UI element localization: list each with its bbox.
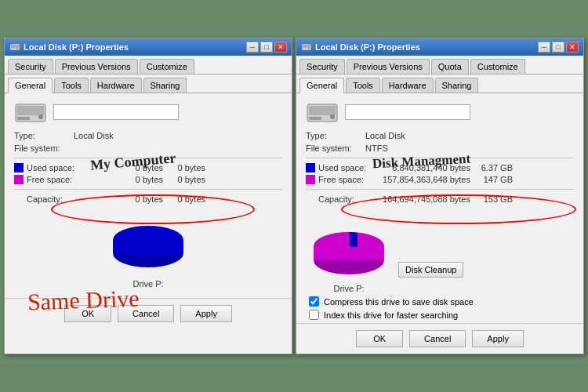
used-space-row-right: Used space: 6,840,381,440 bytes 6.37 GB <box>306 163 574 172</box>
tabs-row2-left: General Tools Hardware Sharing <box>5 74 292 93</box>
filesystem-row-right: File system: NTFS <box>306 143 574 153</box>
close-button-right[interactable]: ✕ <box>566 42 579 53</box>
svg-point-15 <box>330 114 335 119</box>
close-button-left[interactable]: ✕ <box>274 42 287 53</box>
apply-button-left[interactable]: Apply <box>180 305 232 322</box>
type-row-right: Type: Local Disk <box>306 131 574 140</box>
svg-rect-16 <box>309 117 321 120</box>
free-color-box-right <box>306 175 315 184</box>
disk-cleanup-button[interactable]: Disk Cleanup <box>398 262 463 278</box>
svg-rect-14 <box>309 106 336 115</box>
ok-button-left[interactable]: OK <box>64 305 111 322</box>
filesystem-row-left: File system: <box>14 143 282 153</box>
capacity-row-right: Capacity: 164,694,745,088 bytes 153 GB <box>306 194 574 204</box>
drive-label-left: Drive P: <box>14 279 282 289</box>
free-space-row-right: Free space: 157,854,363,648 bytes 147 GB <box>306 175 574 184</box>
left-title-controls: ─ □ ✕ <box>246 42 287 53</box>
tab-customize-left[interactable]: Customize <box>140 59 194 74</box>
left-window: Local Disk (P:) Properties ─ □ ✕ Securit… <box>4 38 292 354</box>
drive-header-right <box>306 100 574 125</box>
left-content: Type: Local Disk File system: Used space… <box>5 93 292 298</box>
used-color-box-left <box>14 163 24 172</box>
right-title-controls: ─ □ ✕ <box>538 42 579 53</box>
tab-security-left[interactable]: Security <box>8 59 53 74</box>
cancel-button-right[interactable]: Cancel <box>409 330 466 347</box>
index-checkbox[interactable] <box>309 310 319 320</box>
used-space-row-left: Used space: 0 bytes 0 bytes <box>14 163 282 172</box>
free-color-box-left <box>14 175 24 184</box>
tab-hardware-right[interactable]: Hardware <box>382 78 434 93</box>
cancel-button-left[interactable]: Cancel <box>118 305 174 322</box>
tab-sharing-left[interactable]: Sharing <box>143 78 187 93</box>
svg-point-12 <box>308 48 310 49</box>
svg-rect-4 <box>17 106 44 115</box>
drive-header-left <box>14 100 282 125</box>
disk-cleanup-container: Disk Cleanup <box>398 262 463 278</box>
compress-checkbox-row: Compress this drive to save disk space <box>306 296 574 307</box>
pie-chart-left <box>105 210 191 273</box>
tabs-row2-right: General Tools Hardware Sharing <box>296 74 583 93</box>
svg-rect-11 <box>303 45 310 48</box>
right-title-bar: Local Disk (P:) Properties ─ □ ✕ <box>296 38 583 56</box>
tab-security-right[interactable]: Security <box>299 59 345 74</box>
drive-icon-large-left <box>14 100 47 125</box>
left-title-bar: Local Disk (P:) Properties ─ □ ✕ <box>5 38 292 56</box>
apply-button-right[interactable]: Apply <box>472 330 524 347</box>
drive-name-input-left[interactable] <box>53 104 179 120</box>
tab-quota-right[interactable]: Quota <box>431 59 469 74</box>
right-window: Local Disk (P:) Properties ─ □ ✕ Securit… <box>296 38 584 354</box>
right-content: Type: Local Disk File system: NTFS Used … <box>296 93 583 320</box>
svg-point-5 <box>38 114 43 119</box>
minimize-button-left[interactable]: ─ <box>246 42 259 53</box>
tabs-row1-right: Security Previous Versions Quota Customi… <box>296 56 583 74</box>
tab-general-left[interactable]: General <box>8 78 53 93</box>
maximize-button-left[interactable]: □ <box>260 42 273 53</box>
svg-rect-6 <box>17 117 30 120</box>
index-label: Index this drive for faster searching <box>324 310 458 320</box>
compress-label: Compress this drive to save disk space <box>324 297 474 307</box>
capacity-row-left: Capacity: 0 bytes 0 bytes <box>14 194 282 204</box>
pie-chart-container-left <box>14 210 282 273</box>
tab-previous-versions-left[interactable]: Previous Versions <box>55 59 138 74</box>
drive-label-right: Drive P: <box>306 284 392 293</box>
drive-icon-large-right <box>306 100 339 125</box>
tab-tools-right[interactable]: Tools <box>346 78 380 93</box>
type-row-left: Type: Local Disk <box>14 131 282 140</box>
svg-rect-19 <box>314 246 384 260</box>
maximize-button-right[interactable]: □ <box>552 42 564 53</box>
left-title-text: Local Disk (P:) Properties <box>9 42 129 53</box>
minimize-button-right[interactable]: ─ <box>538 42 550 53</box>
index-checkbox-row: Index this drive for faster searching <box>306 310 574 320</box>
free-space-row-left: Free space: 0 bytes 0 bytes <box>14 175 282 184</box>
ok-button-right[interactable]: OK <box>356 330 403 347</box>
right-title-text: Local Disk (P:) Properties <box>301 42 420 53</box>
pie-chart-container-right <box>306 215 392 278</box>
tab-customize-right[interactable]: Customize <box>470 59 525 74</box>
svg-point-2 <box>16 48 18 49</box>
compress-checkbox[interactable] <box>309 296 319 307</box>
bottom-buttons-right: OK Cancel Apply <box>296 323 583 354</box>
tab-previous-versions-right[interactable]: Previous Versions <box>347 59 430 74</box>
tab-hardware-left[interactable]: Hardware <box>90 78 142 93</box>
drive-icon-right <box>301 42 312 53</box>
pie-chart-area-right: Drive P: <box>306 209 392 296</box>
tabs-row1-left: Security Previous Versions Customize <box>5 56 292 74</box>
chart-cleanup-row: Drive P: Disk Cleanup <box>306 209 574 296</box>
svg-rect-9 <box>113 240 183 253</box>
tab-sharing-right[interactable]: Sharing <box>435 78 479 93</box>
drive-name-input-right[interactable] <box>345 104 470 120</box>
used-color-box-right <box>306 163 315 172</box>
tab-tools-left[interactable]: Tools <box>54 78 89 93</box>
svg-rect-1 <box>11 45 19 48</box>
drive-icon-left <box>9 42 20 53</box>
bottom-buttons-left: OK Cancel Apply <box>5 298 292 328</box>
tab-general-right[interactable]: General <box>299 78 344 93</box>
pie-chart-right <box>306 215 392 278</box>
